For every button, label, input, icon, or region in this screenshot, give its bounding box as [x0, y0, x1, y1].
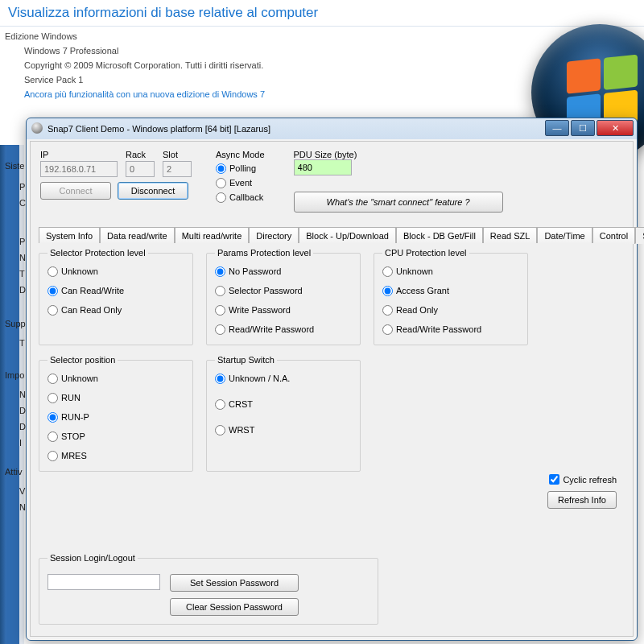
tab-security[interactable]: Security: [635, 227, 644, 244]
slot-label: Slot: [163, 150, 192, 159]
page-title: Visualizza informazioni di base relative…: [0, 0, 644, 27]
tabstrip: System Info Data read/write Multi read/w…: [39, 227, 625, 244]
startup-crst[interactable]: CRST: [215, 397, 352, 411]
parprot-selector[interactable]: Selector Password: [215, 283, 352, 298]
rack-label: Rack: [126, 150, 155, 159]
session-login-group: Session Login/Logout Set Session Passwor…: [39, 553, 378, 625]
selpos-mres[interactable]: MRES: [47, 448, 184, 463]
cpuprot-unknown[interactable]: Unknown: [382, 264, 519, 279]
startup-wrst[interactable]: WRST: [215, 423, 352, 437]
smart-connect-button[interactable]: What's the "smart connect" feature ?: [294, 192, 503, 213]
selector-protection-group: Selector Protection level Unknown Can Re…: [39, 248, 193, 345]
tab-directory[interactable]: Directory: [249, 227, 299, 244]
tab-datetime[interactable]: Date/Time: [537, 227, 592, 244]
selpos-stop[interactable]: STOP: [47, 429, 184, 444]
connect-button[interactable]: Connect: [40, 182, 111, 200]
tab-control[interactable]: Control: [592, 227, 635, 244]
cpuprot-grant[interactable]: Access Grant: [382, 283, 519, 298]
close-button[interactable]: ✕: [597, 120, 634, 136]
ip-label: IP: [40, 150, 118, 159]
window-title: Snap7 Client Demo - Windows platform [64…: [47, 124, 270, 134]
cyclic-refresh-checkbox[interactable]: Cyclic refresh: [549, 474, 617, 485]
cpuprot-ro[interactable]: Read Only: [382, 303, 519, 317]
parprot-write[interactable]: Write Password: [215, 303, 352, 317]
async-event[interactable]: Event: [216, 175, 265, 190]
tab-block-db[interactable]: Block - DB Get/Fill: [396, 227, 483, 244]
selprot-rw[interactable]: Can Read/Write: [47, 283, 184, 298]
rack-input[interactable]: [126, 161, 155, 177]
async-polling[interactable]: Polling: [216, 161, 265, 175]
minimize-button[interactable]: —: [545, 120, 569, 136]
cpu-protection-group: CPU Protection level Unknown Access Gran…: [374, 248, 528, 345]
startup-switch-group: Startup Switch Unknown / N.A. CRST WRST: [206, 355, 361, 472]
refresh-info-button[interactable]: Refresh Info: [547, 491, 617, 509]
maximize-button[interactable]: ☐: [571, 120, 595, 136]
disconnect-button[interactable]: Disconnect: [118, 182, 188, 200]
tab-block-updown[interactable]: Block - Up/Download: [299, 227, 396, 244]
async-mode-label: Async Mode: [216, 150, 265, 159]
clear-session-password-button[interactable]: Clear Session Password: [170, 598, 299, 616]
session-password-input[interactable]: [47, 574, 160, 590]
selpos-run[interactable]: RUN: [47, 390, 184, 405]
pdu-input[interactable]: [294, 159, 352, 175]
tab-read-szl[interactable]: Read SZL: [483, 227, 538, 244]
selprot-ro[interactable]: Can Read Only: [47, 303, 184, 317]
security-page: Selector Protection level Unknown Can Re…: [39, 243, 625, 630]
async-callback[interactable]: Callback: [216, 190, 265, 204]
params-protection-group: Params Protection level No Password Sele…: [206, 248, 361, 345]
snap7-window: Snap7 Client Demo - Windows platform [64…: [26, 118, 638, 641]
slot-input[interactable]: [163, 161, 192, 177]
section-heading: Edizione Windows: [5, 31, 644, 41]
tab-data-rw[interactable]: Data read/write: [100, 227, 175, 244]
tab-system-info[interactable]: System Info: [39, 227, 100, 244]
ip-input[interactable]: [40, 161, 118, 177]
parprot-none[interactable]: No Password: [215, 264, 352, 279]
selpos-runp[interactable]: RUN-P: [47, 410, 184, 424]
parprot-rw[interactable]: Read/Write Password: [215, 322, 352, 336]
selector-position-group: Selector position Unknown RUN RUN-P STOP…: [39, 355, 193, 472]
titlebar[interactable]: Snap7 Client Demo - Windows platform [64…: [27, 118, 637, 139]
pdu-label: PDU Size (byte): [294, 150, 357, 159]
selprot-unknown[interactable]: Unknown: [47, 264, 184, 279]
tab-multi-rw[interactable]: Multi read/write: [175, 227, 250, 244]
selpos-unknown[interactable]: Unknown: [47, 371, 184, 386]
cpuprot-rw[interactable]: Read/Write Password: [382, 322, 519, 336]
startup-unknown[interactable]: Unknown / N.A.: [215, 371, 352, 386]
set-session-password-button[interactable]: Set Session Password: [170, 574, 299, 592]
